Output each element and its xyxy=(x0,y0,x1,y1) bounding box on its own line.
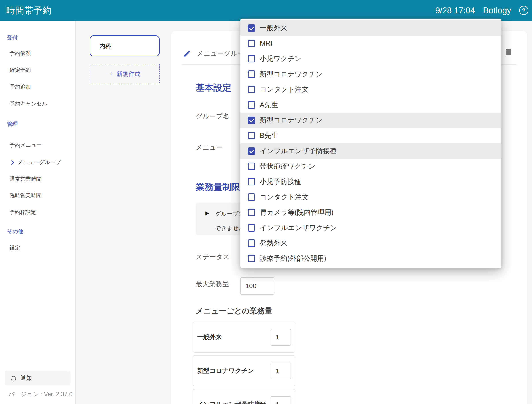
menu-multiselect-dropdown: 一般外来MRI小児ワクチン新型コロナワクチンコンタクト注文A先生新型コロナワクチ… xyxy=(240,19,501,268)
dropdown-option-label: 小児予防接種 xyxy=(260,177,301,186)
basic-settings-heading: 基本設定 xyxy=(196,82,231,94)
workload-card: 新型コロナワクチン xyxy=(193,355,295,386)
checkbox-unchecked-icon[interactable] xyxy=(248,70,255,78)
checkbox-unchecked-icon[interactable] xyxy=(248,193,255,201)
dropdown-option[interactable]: インフルエンザ予防接種 xyxy=(240,143,501,158)
group-name-label: グループ名 xyxy=(196,112,229,121)
dropdown-option[interactable]: 小児予防接種 xyxy=(240,174,501,189)
delete-group-button[interactable] xyxy=(504,48,513,57)
sidebar-item-label: 確定予約 xyxy=(10,66,31,74)
version-text: バージョン : Ver. 2.37.0 xyxy=(8,390,72,398)
dropdown-option-label: 新型コロナワクチン xyxy=(260,69,323,79)
sidebar-item[interactable]: 確定予約 xyxy=(10,66,31,74)
menu-label: メニュー xyxy=(196,143,223,152)
dropdown-option[interactable]: 帯状疱疹ワクチン xyxy=(240,158,501,174)
sidebar-item-label: 予約キャンセル xyxy=(10,100,47,107)
notification-button[interactable]: 通知 xyxy=(5,371,71,385)
dropdown-option-label: 小児ワクチン xyxy=(260,54,302,63)
dropdown-option[interactable]: 新型コロナワクチン xyxy=(240,66,501,82)
dropdown-option[interactable]: コンタクト注文 xyxy=(240,189,501,205)
checkbox-unchecked-icon[interactable] xyxy=(248,132,255,139)
sidebar-item[interactable]: 臨時営業時間 xyxy=(10,192,41,199)
sidebar-item-label: 臨時営業時間 xyxy=(10,192,41,199)
dropdown-option-label: インフルエンザ予防接種 xyxy=(260,146,336,156)
sidebar-nav: 受付予約依頼確定予約予約追加予約キャンセル管理予約メニューメニューグループ通常営… xyxy=(0,21,75,404)
checkbox-unchecked-icon[interactable] xyxy=(248,209,255,216)
sidebar-item[interactable]: 予約枠設定 xyxy=(10,209,36,216)
header-right: 9/28 17:04 Botlogy ? xyxy=(435,6,528,15)
checkbox-checked-icon[interactable] xyxy=(248,147,255,155)
dropdown-option[interactable]: A先生 xyxy=(240,97,501,113)
sidebar-item-label: 設定 xyxy=(10,244,20,251)
sidebar-section-title: その他 xyxy=(7,228,23,235)
dropdown-option[interactable]: B先生 xyxy=(240,128,501,143)
workload-limit-heading: 業務量制限 xyxy=(196,181,240,193)
plus-icon: + xyxy=(109,70,114,78)
dropdown-option-label: インフルエンザワクチン xyxy=(260,223,337,233)
sidebar-item-label: 通常営業時間 xyxy=(10,175,41,183)
status-label: ステータス xyxy=(196,252,230,262)
workload-value-input[interactable] xyxy=(271,396,291,404)
menu-workload-list: 一般外来新型コロナワクチンインフルエンザ予防接種 xyxy=(193,322,295,404)
max-workload-input[interactable] xyxy=(240,277,275,295)
checkbox-unchecked-icon[interactable] xyxy=(248,224,255,232)
checkbox-unchecked-icon[interactable] xyxy=(248,55,255,63)
dropdown-option-label: コンタクト注文 xyxy=(260,85,309,94)
header-account[interactable]: Botlogy xyxy=(483,6,511,15)
help-icon[interactable]: ? xyxy=(519,6,528,15)
dropdown-option-label: 胃カメラ等(院内管理用) xyxy=(260,208,333,217)
dropdown-option[interactable]: コンタクト注文 xyxy=(240,82,501,97)
dropdown-option[interactable]: 胃カメラ等(院内管理用) xyxy=(240,205,501,220)
create-new-button[interactable]: + 新規作成 xyxy=(90,64,160,84)
sidebar-item-label: 予約枠設定 xyxy=(10,209,36,216)
sidebar-section-title: 管理 xyxy=(7,120,18,128)
dropdown-option[interactable]: 診療予約(外部公開用) xyxy=(240,251,501,266)
trash-icon xyxy=(504,48,513,57)
triangle-right-icon: ▶ xyxy=(205,210,209,216)
dropdown-option[interactable]: 発熱外来 xyxy=(240,235,501,251)
workload-card: インフルエンザ予防接種 xyxy=(193,389,295,404)
dropdown-option-label: 発熱外来 xyxy=(260,239,287,248)
app-header: 時間帯予約 9/28 17:04 Botlogy ? xyxy=(0,0,532,21)
dropdown-option-label: MRI xyxy=(260,39,272,47)
checkbox-unchecked-icon[interactable] xyxy=(248,178,255,185)
sidebar-item-active[interactable]: メニューグループ xyxy=(10,159,61,166)
sidebar-item[interactable]: 予約追加 xyxy=(10,83,31,90)
dropdown-option-label: 診療予約(外部公開用) xyxy=(260,254,326,263)
sidebar-item[interactable]: 予約依頼 xyxy=(10,50,31,57)
checkbox-unchecked-icon[interactable] xyxy=(248,163,255,170)
dropdown-option-label: 新型コロナワクチン xyxy=(260,116,323,125)
sidebar-item-label: 予約追加 xyxy=(10,83,31,90)
sidebar-item-label: 予約依頼 xyxy=(10,50,31,57)
notice-line1: グループ内 xyxy=(215,210,244,218)
dropdown-option[interactable]: 新型コロナワクチン xyxy=(240,113,501,128)
dropdown-option[interactable]: インフルエンザワクチン xyxy=(240,220,501,235)
notification-label: 通知 xyxy=(20,374,32,382)
create-new-label: 新規作成 xyxy=(116,70,140,78)
sidebar-item[interactable]: 予約メニュー xyxy=(10,142,42,149)
checkbox-unchecked-icon[interactable] xyxy=(248,240,255,247)
checkbox-checked-icon[interactable] xyxy=(248,116,255,124)
checkbox-unchecked-icon[interactable] xyxy=(248,86,255,93)
dropdown-option-label: A先生 xyxy=(260,100,278,110)
workload-value-input[interactable] xyxy=(271,363,291,379)
sidebar-item[interactable]: 予約キャンセル xyxy=(10,100,47,107)
checkbox-unchecked-icon[interactable] xyxy=(248,255,255,262)
help-glyph: ? xyxy=(522,7,526,14)
sidebar-item[interactable]: 設定 xyxy=(10,244,20,251)
dropdown-option[interactable]: MRI xyxy=(240,36,501,51)
dropdown-option[interactable]: 小児ワクチン xyxy=(240,51,501,66)
sidebar: 受付予約依頼確定予約予約追加予約キャンセル管理予約メニューメニューグループ通常営… xyxy=(0,21,76,404)
checkbox-unchecked-icon[interactable] xyxy=(248,40,255,47)
group-card-selected[interactable]: 内科 xyxy=(90,35,160,57)
checkbox-checked-icon[interactable] xyxy=(248,24,255,32)
sidebar-item[interactable]: 通常営業時間 xyxy=(10,175,41,183)
dropdown-option-label: コンタクト注文 xyxy=(260,192,309,202)
max-workload-label: 最大業務量 xyxy=(196,279,229,289)
bell-icon xyxy=(10,375,17,381)
workload-card: 一般外来 xyxy=(193,322,295,353)
workload-value-input[interactable] xyxy=(271,329,291,346)
checkbox-unchecked-icon[interactable] xyxy=(248,101,255,109)
app-title: 時間帯予約 xyxy=(6,4,52,17)
dropdown-option[interactable]: 一般外来 xyxy=(240,20,501,36)
